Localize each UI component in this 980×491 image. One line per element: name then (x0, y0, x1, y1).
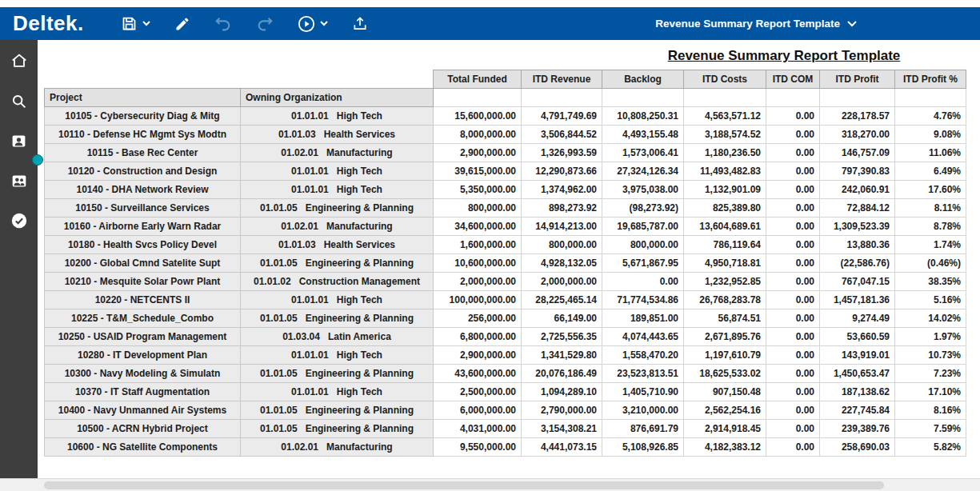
value-cell: 1,094,289.10 (522, 383, 602, 401)
column-header[interactable]: Owning Organization (241, 89, 434, 107)
table-row[interactable]: 10180 - Health Svcs Policy Devel01.01.03… (45, 236, 966, 254)
value-cell: 13,880.36 (820, 236, 895, 254)
horizontal-scrollbar-thumb[interactable] (44, 481, 884, 489)
value-cell: 1,405,710.90 (602, 383, 684, 401)
redo-button[interactable] (256, 15, 274, 33)
org-cell: 01.01.05 Engineering & Planning (241, 365, 434, 383)
table-row[interactable]: 10400 - Navy Unmanned Air Systems01.01.0… (45, 401, 966, 420)
value-cell: 43,600,000.00 (434, 365, 522, 383)
value-cell: 2,725,556.35 (522, 328, 602, 346)
value-cell: 2,900,000.00 (434, 346, 522, 365)
table-row[interactable]: 10200 - Global Cmnd Satelite Supt01.01.0… (45, 254, 966, 273)
value-cell: 4,493,155.48 (602, 126, 684, 144)
sidebar-item-home[interactable] (10, 53, 29, 72)
value-cell: 34,600,000.00 (434, 218, 522, 236)
undo-button[interactable] (214, 15, 232, 33)
table-row[interactable]: 10110 - Defense HC Mgmt Sys Modtn01.01.0… (45, 126, 966, 144)
org-cell: 01.01.03 Health Services (241, 236, 434, 254)
project-cell: 10140 - DHA Network Review (45, 181, 241, 199)
value-cell: 1,326,993.59 (522, 144, 602, 162)
value-cell: 12,290,873.66 (522, 162, 602, 181)
table-row[interactable]: 10120 - Construction and Design01.01.01 … (45, 162, 966, 181)
project-cell: 10250 - USAID Program Management (45, 328, 241, 346)
org-cell: 01.01.01 High Tech (241, 107, 434, 126)
value-cell: 1.97% (895, 328, 966, 346)
value-cell: 4.76% (895, 107, 966, 126)
org-cell: 01.01.05 Engineering & Planning (241, 254, 434, 273)
value-cell: 26,768,283.78 (684, 291, 766, 309)
column-header[interactable]: ITD Profit (820, 70, 895, 89)
column-header[interactable]: Total Funded (434, 70, 522, 89)
org-cell: 01.01.01 High Tech (241, 291, 434, 309)
column-header[interactable]: ITD Profit % (895, 70, 966, 89)
value-cell: 256,000.00 (434, 309, 522, 328)
check-circle-icon (10, 212, 28, 233)
value-cell: 0.00 (766, 126, 820, 144)
project-cell: 10280 - IT Development Plan (45, 346, 241, 365)
export-button[interactable] (352, 15, 368, 32)
project-cell: 10180 - Health Svcs Policy Devel (45, 236, 241, 254)
sidebar-item-status[interactable] (10, 213, 29, 232)
sidebar-item-employee[interactable] (10, 133, 29, 152)
table-row[interactable]: 10280 - IT Development Plan01.01.01 High… (45, 346, 966, 365)
sidebar-item-people[interactable] (10, 173, 29, 192)
redo-icon (256, 15, 274, 33)
project-cell: 10600 - NG Satellite Components (45, 438, 241, 457)
value-cell: 1,180,236.50 (684, 144, 766, 162)
value-cell: 3,210,000.00 (602, 401, 684, 420)
column-header[interactable]: Backlog (602, 70, 684, 89)
table-row[interactable]: 10220 - NETCENTS II01.01.01 High Tech100… (45, 291, 966, 309)
horizontal-scrollbar[interactable] (0, 478, 980, 491)
table-row[interactable]: 10500 - ACRN Hybrid Project01.01.05 Engi… (45, 420, 966, 438)
value-cell: 907,150.48 (684, 383, 766, 401)
table-corner-blank (45, 70, 434, 89)
run-caret-icon[interactable] (320, 21, 328, 26)
column-header[interactable]: ITD Revenue (522, 70, 602, 89)
undo-icon (214, 15, 232, 33)
value-cell: 876,691.79 (602, 420, 684, 438)
value-cell: 2,914,918.45 (684, 420, 766, 438)
value-cell: 10,600,000.00 (434, 254, 522, 273)
edit-button[interactable] (174, 16, 190, 32)
org-cell: 01.01.05 Engineering & Planning (241, 420, 434, 438)
value-cell: 3,154,308.21 (522, 420, 602, 438)
value-cell: 0.00 (766, 346, 820, 365)
column-header[interactable]: ITD COM (766, 70, 820, 89)
value-cell: 1,573,006.41 (602, 144, 684, 162)
value-cell: 0.00 (766, 383, 820, 401)
table-row[interactable]: 10140 - DHA Network Review01.01.01 High … (45, 181, 966, 199)
table-row[interactable]: 10160 - Airborne Early Warn Radar01.02.0… (45, 218, 966, 236)
value-cell: 3,975,038.00 (602, 181, 684, 199)
table-row[interactable]: 10150 - Surveillance Services01.01.05 En… (45, 199, 966, 218)
table-row[interactable]: 10225 - T&M_Schedule_Combo01.01.05 Engin… (45, 309, 966, 328)
value-cell: 8,000,000.00 (434, 126, 522, 144)
value-cell: 19,685,787.00 (602, 218, 684, 236)
table-row[interactable]: 10105 - Cybersecurity Diag & Mitg01.01.0… (45, 107, 966, 126)
table-row[interactable]: 10210 - Mesquite Solar Powr Plant01.01.0… (45, 273, 966, 291)
value-cell: 17.10% (895, 383, 966, 401)
table-row[interactable]: 10115 - Base Rec Center01.02.01 Manufact… (45, 144, 966, 162)
column-header[interactable]: ITD Costs (684, 70, 766, 89)
main-area: Revenue Summary Report Template Total Fu… (0, 40, 980, 478)
scroll-position-indicator[interactable] (32, 154, 43, 166)
value-cell: 66,149.00 (522, 309, 602, 328)
report-template-selector[interactable]: Revenue Summary Report Template (655, 18, 857, 30)
value-cell: 38.35% (895, 273, 966, 291)
sidebar-item-search[interactable] (10, 93, 29, 112)
value-cell: 0.00 (766, 254, 820, 273)
value-cell: 9,274.49 (820, 309, 895, 328)
column-header[interactable]: Project (45, 89, 241, 107)
value-cell: 1,450,653.47 (820, 365, 895, 383)
value-cell: 0.00 (766, 328, 820, 346)
value-cell: 258,690.03 (820, 438, 895, 457)
save-caret-icon[interactable] (142, 21, 150, 26)
table-row[interactable]: 10600 - NG Satellite Components01.02.01 … (45, 438, 966, 457)
save-button[interactable] (121, 15, 150, 32)
table-row[interactable]: 10300 - Navy Modeling & Simulatn01.01.05… (45, 365, 966, 383)
table-row[interactable]: 10370 - IT Staff Augmentation01.01.01 Hi… (45, 383, 966, 401)
value-cell: 2,562,254.16 (684, 401, 766, 420)
table-row[interactable]: 10250 - USAID Program Management01.03.04… (45, 328, 966, 346)
run-report-button[interactable] (298, 15, 328, 33)
org-cell: 01.01.01 High Tech (241, 181, 434, 199)
project-cell: 10115 - Base Rec Center (45, 144, 241, 162)
